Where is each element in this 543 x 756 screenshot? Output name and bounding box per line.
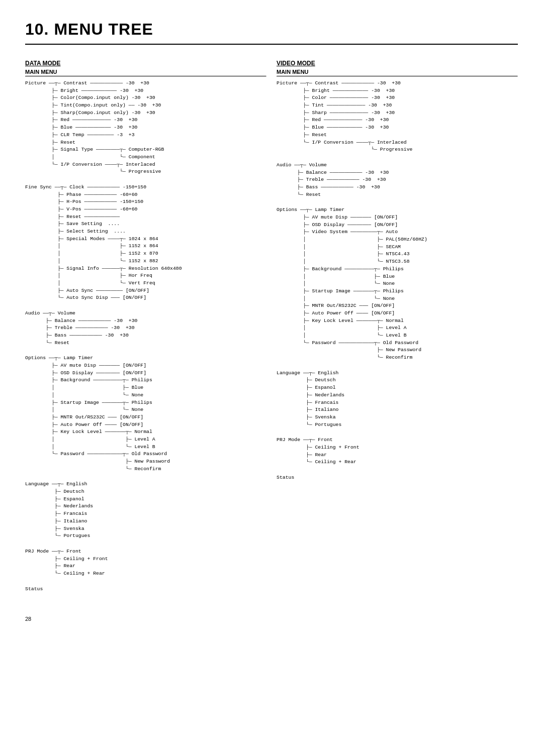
data-finesync-tree: Fine Sync ——┬— Clock ——————————— -150+15…: [25, 184, 266, 302]
data-picture-tree: Picture ——┬— Contrast ——————————— -30 +3…: [25, 80, 266, 176]
data-mode-column: DATA MODE MAIN MENU Picture ——┬— Contras…: [25, 60, 277, 601]
data-audio-tree: Audio ——┬— Volume ├— Balance ———————————…: [25, 310, 266, 347]
video-mode-column: VIDEO MODE MAIN MENU Picture ——┬— Contra…: [277, 60, 518, 601]
top-divider: [25, 44, 518, 45]
page-number: 28: [25, 616, 518, 622]
data-options-tree: Options ——┬— Lamp Timer ├— AV mute Disp …: [25, 355, 266, 473]
video-mode-title: VIDEO MODE: [277, 60, 518, 67]
data-mode-title: DATA MODE: [25, 60, 266, 67]
data-mode-menu-label: MAIN MENU: [25, 69, 266, 75]
video-prjmode-tree: PRJ Mode ——┬— Front ├— Ceiling + Front ├…: [277, 437, 518, 466]
video-mode-menu-label: MAIN MENU: [277, 69, 518, 75]
data-language-tree: Language ——┬— English ├— Deutsch ├— Espa…: [25, 481, 266, 540]
video-status: Status: [277, 474, 518, 482]
video-picture-tree: Picture ——┬— Contrast ——————————— -30 +3…: [277, 80, 518, 154]
main-content: DATA MODE MAIN MENU Picture ——┬— Contras…: [25, 60, 518, 601]
video-language-tree: Language ——┬— English ├— Deutsch ├— Espa…: [277, 370, 518, 429]
data-status: Status: [25, 586, 266, 593]
page-title: 10. MENU TREE: [25, 20, 518, 39]
data-prjmode-tree: PRJ Mode ——┬— Front ├— Ceiling + Front ├…: [25, 548, 266, 578]
video-mode-rule: [277, 76, 518, 77]
data-mode-rule: [25, 76, 266, 77]
video-options-tree: Options ——┬— Lamp Timer ├— AV mute Disp …: [277, 206, 518, 361]
video-audio-tree: Audio ——┬— Volume ├— Balance ———————————…: [277, 162, 518, 198]
